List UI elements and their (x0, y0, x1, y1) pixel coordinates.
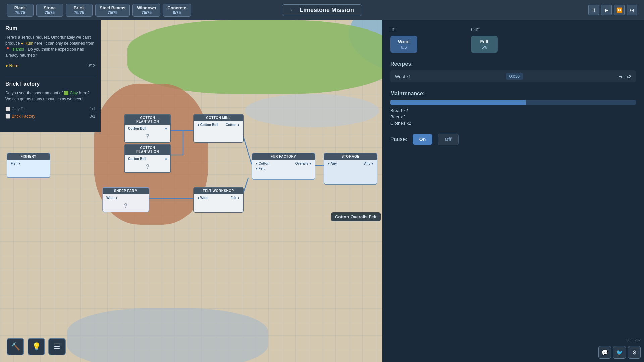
maintenance-bar (390, 100, 636, 105)
recipe-time: 00:30 (506, 73, 523, 80)
brick-item-clay-pit: ⬜ Clay Pit 1/1 (5, 105, 95, 113)
menu-tool-button[interactable]: ☰ (48, 338, 66, 355)
quest-rum-location: 📍 Islands (5, 47, 24, 52)
back-arrow[interactable]: ← (290, 7, 296, 14)
maintenance-item-0: Bread x2 (390, 108, 636, 113)
node-output-storage: Any ● (364, 162, 373, 165)
node-title-cp2: COTTON PLANTATION (125, 145, 170, 155)
node-title-cp1: COTTON PLANTATION (125, 115, 170, 125)
node-output-fw: Felt ● (230, 196, 239, 200)
node-input-fur2: ● Felt (256, 167, 265, 170)
node-io-sf: Wool ● (106, 196, 145, 200)
node-title-cm: COTTON MILL (194, 115, 243, 121)
quest-brick-factory: Brick Factory Do you see the sheer amoun… (5, 81, 95, 120)
mission-title[interactable]: ← Limestone Mission (282, 4, 362, 16)
quest-rum-resource-row: ● Rum 0/12 (5, 62, 95, 69)
node-title-fur: FUR FACTORY (252, 153, 315, 160)
quest-rum: Rum Here's a serious request. Unfortunat… (5, 25, 95, 69)
building-cotton-plantation-1[interactable]: COTTON PLANTATION Cotton Boll ● ? (124, 114, 171, 143)
input-resource-card: Wool 6/6 (390, 36, 417, 53)
node-io-fishery: Fish ● (11, 162, 46, 165)
node-question-cp1: ? (128, 133, 167, 140)
in-label: In: (390, 27, 417, 32)
node-input-cm: ● Cotton Boll (197, 123, 218, 127)
resource-windows: Windows 75/75 (132, 4, 160, 17)
quest-rum-text3: here. It can only be obtained from (34, 41, 94, 46)
quest-rum-text: Here's a serious request. Unfortunately … (5, 34, 95, 58)
building-sheep-farm[interactable]: SHEEP FARM Wool ● ? (102, 187, 149, 212)
building-felt-workshop-map[interactable]: FELT WORKSHOP ● Wool Felt ● (193, 187, 244, 213)
recipes-section: Recipes: Wool x1 00:30 Felt x2 (390, 61, 636, 82)
bottom-toolbar: 🔨 💡 ☰ (7, 338, 66, 355)
pause-off-button[interactable]: Off (438, 134, 459, 145)
recipe-output: Felt x2 (618, 74, 631, 79)
rum-dot: ● Rum (5, 63, 18, 68)
maintenance-label: Maintenance: (390, 90, 636, 97)
pause-section: Pause: On Off (390, 134, 636, 145)
node-question-cp2: ? (128, 163, 167, 170)
node-input-storage: ● Any (328, 162, 337, 165)
quest-rum-resource: ● Rum (21, 41, 33, 46)
quest-brick-text1: Do you see the sheer amount of (5, 90, 63, 95)
lightbulb-tool-button[interactable]: 💡 (28, 338, 45, 355)
hammer-tool-button[interactable]: 🔨 (7, 338, 24, 355)
fast-forward-btn[interactable]: ⏩ (614, 5, 625, 15)
pause-btn[interactable]: ⏸ (588, 5, 599, 15)
input-column: In: Wool 6/6 (390, 27, 417, 53)
building-storage[interactable]: STORAGE ● Any Any ● (324, 153, 377, 185)
building-cotton-mill[interactable]: COTTON MILL ● Cotton Boll Cotton ● (193, 114, 244, 143)
node-title-storage: STORAGE (324, 153, 377, 160)
land-top-center (127, 20, 396, 94)
playback-controls: ⏸ ▶ ⏩ ⏭ (588, 5, 637, 15)
quest-divider (5, 76, 95, 76)
quest-brick-title: Brick Factory (5, 81, 95, 87)
pause-on-button[interactable]: On (413, 134, 432, 145)
io-section: In: Wool 6/6 Out: Felt 5/6 (390, 27, 636, 53)
settings-button[interactable]: ⚙ (628, 346, 641, 359)
recipe-row[interactable]: Wool x1 00:30 Felt x2 (390, 70, 636, 82)
output-column: Out: Felt 5/6 (471, 27, 498, 53)
clay-pit-link[interactable]: ⬜ Clay Pit (5, 107, 25, 111)
clay-pit-label: Clay Pit (12, 107, 25, 111)
right-panel: Felt Workshop ✕ In: Wool 6/6 Out: Felt 5… (382, 0, 644, 362)
building-cotton-plantation-2[interactable]: COTTON PLANTATION Cotton Boll ● ? (124, 144, 171, 173)
maintenance-section: Maintenance: Bread x2 Beer x2 Clothes x2 (390, 90, 636, 126)
mission-name: Limestone Mission (300, 7, 354, 14)
brick-factory-link[interactable]: ⬜ Brick Factory (5, 114, 35, 119)
skip-btn[interactable]: ⏭ (627, 5, 637, 15)
resource-brick: Brick 75/75 (66, 4, 93, 17)
node-io-fur: ● Cotton Overalls ● (256, 162, 311, 165)
top-bar: Plank 75/75 Stone 75/75 Brick 75/75 Stee… (0, 0, 644, 20)
play-btn[interactable]: ▶ (601, 5, 612, 15)
node-title-sf: SHEEP FARM (103, 188, 149, 194)
brick-factory-icon: ⬜ (5, 114, 10, 119)
resources-bar: Plank 75/75 Stone 75/75 Brick 75/75 Stee… (7, 4, 191, 17)
node-title-fw: FELT WORKSHOP (194, 188, 243, 194)
node-output-sf: Wool ● (106, 196, 117, 200)
building-fishery[interactable]: FISHERY Fish ● (7, 153, 50, 178)
clay-pit-count: 1/1 (90, 107, 95, 111)
resource-concrete: Concrete 0/75 (163, 4, 191, 17)
left-panel: Rum Here's a serious request. Unfortunat… (0, 20, 101, 132)
node-output-fishery: Fish ● (11, 162, 20, 165)
quest-brick-text: Do you see the sheer amount of 🟩 Clay he… (5, 90, 95, 102)
out-label: Out: (471, 27, 498, 32)
output-resource-name: Felt (476, 39, 492, 44)
brick-factory-label: Brick Factory (12, 114, 35, 119)
node-output-cm: Cotton ● (226, 123, 239, 127)
node-output-cp1: Cotton Boll (128, 127, 146, 130)
discord-button[interactable]: 💬 (598, 346, 611, 359)
resource-plank: Plank 75/75 (7, 4, 34, 17)
node-output-cp2: Cotton Boll (128, 157, 146, 161)
rum-count: 0/12 (88, 63, 95, 68)
resource-stone: Stone 75/75 (36, 4, 63, 17)
twitter-button[interactable]: 🐦 (613, 346, 626, 359)
node-io-cp1: Cotton Boll ● (128, 127, 167, 130)
map-label-cotton-overalls: Cotton Overalls Felt (331, 212, 381, 221)
quest-rum-title: Rum (5, 25, 95, 32)
building-fur-factory[interactable]: FUR FACTORY ● Cotton Overalls ● ● Felt (252, 153, 315, 180)
node-question-sf: ? (106, 202, 145, 209)
water-bottom (67, 308, 268, 362)
maintenance-item-2: Clothes x2 (390, 121, 636, 126)
brick-factory-count: 0/1 (90, 114, 95, 119)
